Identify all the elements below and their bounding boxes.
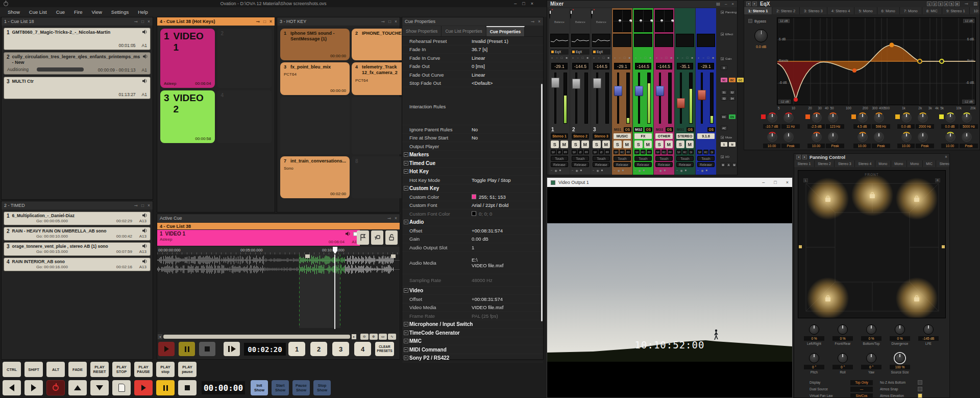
lock-icon[interactable]	[914, 198, 919, 202]
property-value[interactable]: VIDEO file.mxf	[472, 305, 503, 310]
pin-button[interactable]	[371, 230, 383, 245]
band-freq-knob[interactable]	[962, 112, 972, 123]
menu-item[interactable]: Fire	[69, 9, 87, 15]
pin-icon[interactable]: ⊸	[134, 203, 138, 208]
io-button[interactable]: A	[726, 162, 731, 167]
stop-icon[interactable]: ■	[664, 169, 666, 172]
property-value[interactable]: +00:08:31:574	[472, 227, 503, 233]
band-freq-value[interactable]: 11 Hz	[781, 124, 800, 129]
property-row[interactable]: Audio	[402, 218, 543, 227]
hotkey-tile[interactable]: 1 VIDEO 1 Asleep 00:06:04	[160, 29, 215, 88]
mute-button[interactable]: M	[644, 141, 652, 148]
global-stop-button[interactable]	[178, 380, 197, 395]
remove-icon[interactable]: −	[556, 56, 558, 59]
setting-checkbox[interactable]	[918, 380, 922, 385]
fader-handle[interactable]	[614, 86, 622, 96]
mute-group-chip[interactable]: MG1	[676, 127, 685, 132]
box-filled-icon[interactable]: ■	[586, 56, 589, 59]
close-icon[interactable]: ×	[148, 203, 150, 208]
property-row[interactable]: Microphone / Input Switch	[402, 320, 543, 329]
scroll-left-button[interactable]: ◂	[158, 334, 162, 339]
close-icon[interactable]: ×	[945, 155, 947, 159]
box-filled-icon[interactable]: ■	[712, 56, 714, 59]
property-value[interactable]: 0 [ms]	[472, 63, 485, 69]
band-q-knob[interactable]	[901, 132, 912, 142]
maximize-icon[interactable]: □	[141, 19, 144, 24]
eq-mini-display[interactable]	[613, 34, 631, 47]
expand-icon[interactable]	[721, 155, 724, 158]
menu-item[interactable]: Help	[133, 9, 153, 15]
menu-icon[interactable]: ▤	[716, 2, 720, 6]
balance-knob[interactable]: Balance	[570, 10, 591, 24]
show-control-button[interactable]: Init Show	[251, 380, 268, 395]
monitor-icon[interactable]: ◉	[618, 169, 620, 172]
band-gain-value[interactable]: 0.0 dB	[897, 124, 915, 129]
group-chip[interactable]: BC	[729, 78, 736, 82]
eqx-channel-tab[interactable]: 3: Stereo 3	[800, 7, 827, 14]
band-gain-knob[interactable]	[945, 112, 955, 123]
band-enable-button[interactable]	[851, 114, 856, 119]
monitor-icon[interactable]: ◉	[555, 169, 557, 172]
balance-knob[interactable]: Balance	[549, 10, 570, 24]
band-gain-knob[interactable]	[857, 112, 868, 123]
mute-group-chip[interactable]: MG3	[655, 127, 664, 132]
eqx-channel-tab[interactable]: 5: Mono	[854, 7, 877, 14]
mute-button[interactable]: M	[602, 141, 610, 148]
timed-cue-item[interactable]: 2 RAIN - HEAVY RAIN ON UMBRELLA_AB sono …	[4, 227, 151, 241]
forward-icon[interactable]: ▸	[802, 155, 807, 159]
band-freq-value[interactable]: 5000 Hz	[960, 124, 978, 129]
strip-mini-button[interactable]: SF	[676, 150, 681, 154]
solo-master-button[interactable]: S	[721, 142, 727, 147]
property-row[interactable]: Fire at Show Start No	[402, 134, 543, 143]
band-gain-knob[interactable]	[767, 112, 777, 123]
property-value[interactable]: 36.7 [s]	[472, 46, 487, 52]
mute-master-button[interactable]: M	[729, 142, 736, 147]
speaker-icon[interactable]	[142, 30, 148, 34]
group-chip[interactable]: SC	[721, 78, 727, 82]
eqx-channel-tab[interactable]: 6: Mono	[877, 7, 900, 14]
fader-track[interactable]	[659, 73, 661, 124]
hotkey-tile[interactable]: 3 VIDEO 2 00:00:58	[160, 90, 215, 143]
release-button[interactable]: Release	[593, 162, 610, 167]
property-row[interactable]: Custom Color 255; 51; 153	[402, 193, 543, 201]
fader-handle[interactable]	[593, 78, 601, 88]
lock-icon[interactable]	[870, 194, 875, 198]
property-value[interactable]: Arial / 22pt / Bold	[472, 202, 508, 208]
property-value[interactable]: Linear	[472, 55, 485, 60]
eq-mini-display[interactable]	[697, 34, 715, 47]
solo-group-button[interactable]: S2	[729, 90, 736, 95]
collapse-icon[interactable]	[721, 57, 724, 60]
maximize-icon[interactable]: □	[263, 19, 266, 24]
add-icon[interactable]: +	[572, 56, 574, 59]
eqx-channel-tab[interactable]: 8: MIC	[922, 7, 942, 14]
pan-knob[interactable]	[838, 353, 848, 363]
fader-track[interactable]	[617, 73, 619, 124]
property-row[interactable]: Video Media VIDEO file.mxf	[402, 303, 543, 312]
property-value[interactable]: 255; 51; 153	[479, 194, 506, 199]
band-freq-knob[interactable]	[783, 112, 794, 123]
band-type-knob[interactable]	[828, 132, 838, 142]
strip-mini-button[interactable]: SF	[634, 150, 640, 154]
mute-group-chip[interactable]: MG1	[613, 127, 622, 132]
band-enable-button[interactable]	[761, 114, 766, 119]
strip-mini-button[interactable]: RC	[641, 150, 646, 154]
close-icon[interactable]: ×	[786, 180, 789, 185]
scroll-track[interactable]	[163, 335, 350, 339]
property-row[interactable]: Interaction Rules	[402, 100, 543, 125]
next-cue-button[interactable]	[24, 380, 43, 395]
strip-mini-button[interactable]: RC	[620, 150, 625, 154]
strip-mini-button[interactable]: RC	[662, 150, 667, 154]
stop-icon[interactable]: ■	[580, 169, 582, 172]
cue-item[interactable]: 1 GMT8060_7_Magic-Tricks-2_-_Nicolas-Mar…	[4, 28, 151, 50]
minus-icon[interactable]: −	[551, 169, 553, 172]
panning-channel-tab[interactable]: Stereo 3	[835, 160, 855, 167]
solo-button[interactable]: S	[593, 141, 601, 148]
global-play-button[interactable]	[134, 380, 153, 395]
pan-knob-value[interactable]: 0 %	[861, 336, 881, 341]
collapse-icon[interactable]	[721, 33, 724, 36]
eq-graph[interactable]: 12 dB 12 dB 6 dB 6 dB Bands Sum -6 dB -6…	[777, 17, 976, 105]
gain-value-display[interactable]: -29.1	[551, 63, 568, 69]
eqx-channel-tab[interactable]: 10: Stereo 2	[970, 7, 979, 14]
pan-knob[interactable]	[809, 353, 819, 363]
fader-handle[interactable]	[656, 86, 664, 96]
